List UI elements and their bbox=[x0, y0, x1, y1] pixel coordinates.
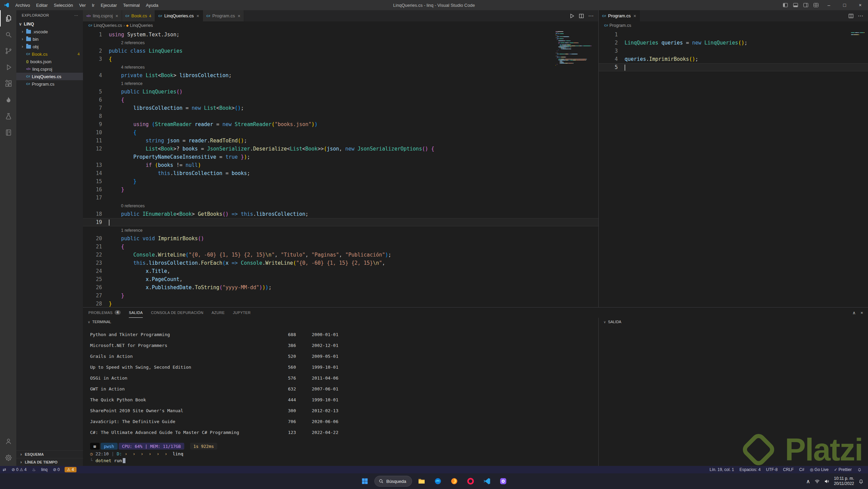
code-line[interactable]: 1using System.Text.Json; bbox=[83, 31, 598, 39]
start-button-icon[interactable] bbox=[358, 474, 372, 488]
screen-recorder-app-icon[interactable] bbox=[496, 474, 510, 488]
code-line[interactable]: 8 bbox=[83, 112, 598, 120]
explorer-item-LinqQueries.cs[interactable]: C#LinqQueries.cs bbox=[16, 73, 83, 80]
minimap[interactable] bbox=[851, 31, 866, 36]
close-tab-icon[interactable]: × bbox=[116, 13, 118, 19]
explorer-root-folder[interactable]: ∨ LINQ bbox=[16, 20, 83, 28]
menu-item-Ayuda[interactable]: Ayuda bbox=[143, 0, 161, 10]
account-icon[interactable] bbox=[0, 433, 16, 450]
editor-group-1[interactable]: 1using System.Text.Json;2 references2pub… bbox=[83, 30, 598, 307]
search-icon[interactable] bbox=[0, 27, 16, 43]
explorer-item-.vscode[interactable]: ›.vscode bbox=[16, 28, 83, 35]
panel-tab-JUPYTER[interactable]: JUPYTER bbox=[233, 308, 251, 318]
terminal-section-header[interactable]: ∨ TERMINAL bbox=[83, 318, 598, 326]
flame-icon[interactable] bbox=[0, 92, 16, 108]
breadcrumb-item[interactable]: C#Program.cs bbox=[604, 23, 631, 28]
editor-group-2[interactable]: 12LinqQueries queries = new LinqQueries(… bbox=[598, 30, 868, 307]
code-line[interactable]: 12 List<Book>? books = JsonSerializer.De… bbox=[83, 145, 598, 153]
volume-icon[interactable] bbox=[824, 478, 830, 484]
code-line[interactable]: 21 { bbox=[83, 243, 598, 251]
code-line[interactable]: 14 this.librosCollection = books; bbox=[83, 169, 598, 177]
status-problems-summary[interactable]: ⊘ 0 ⚠ 4 bbox=[9, 466, 29, 473]
codelens-row[interactable]: 2 references bbox=[83, 39, 598, 47]
maximize-button[interactable]: □ bbox=[837, 0, 852, 10]
beaker-icon[interactable] bbox=[0, 108, 16, 124]
status-cursor-position[interactable]: Lín. 19, col. 1 bbox=[707, 466, 737, 473]
codelens-label[interactable]: 1 reference bbox=[109, 80, 142, 88]
code-line[interactable]: 2LinqQueries queries = new LinqQueries()… bbox=[599, 39, 868, 47]
code-line[interactable]: 26 x.PublishedDate.ToString("yyyy-MM-dd"… bbox=[83, 283, 598, 292]
codelens-row[interactable]: 0 references bbox=[83, 202, 598, 210]
notifications-icon[interactable] bbox=[858, 478, 864, 484]
status-warning-count[interactable]: ⚠ 4 bbox=[65, 467, 76, 472]
codelens-label[interactable]: 1 reference bbox=[109, 226, 142, 234]
tab-Book.cs[interactable]: C#Book.cs4 bbox=[122, 10, 155, 21]
code-line[interactable]: 5 public LinqQueries() bbox=[83, 88, 598, 96]
explorer-item-obj[interactable]: ›obj bbox=[16, 43, 83, 50]
edge-browser-icon[interactable] bbox=[431, 474, 445, 488]
code-line[interactable]: 9 using (StreamReader reader = new Strea… bbox=[83, 120, 598, 128]
status-project-name[interactable]: linq bbox=[38, 466, 50, 473]
source-control-icon[interactable] bbox=[0, 43, 16, 59]
customize-layout-icon[interactable] bbox=[811, 0, 821, 10]
run-and-debug-icon[interactable] bbox=[0, 59, 16, 75]
code-line[interactable]: 4queries.ImprimirBooks(); bbox=[599, 55, 868, 63]
code-editor[interactable]: 1using System.Text.Json;2 references2pub… bbox=[83, 30, 598, 307]
split-editor-icon[interactable] bbox=[579, 13, 584, 19]
code-line[interactable]: 22 Console.WriteLine("{0, -60} {1, 15} {… bbox=[83, 251, 598, 259]
close-panel-icon[interactable]: × bbox=[861, 310, 863, 315]
maximize-panel-icon[interactable]: ∧ bbox=[852, 310, 856, 315]
breadcrumb-item[interactable]: ◆LinqQueries bbox=[126, 23, 153, 28]
code-line[interactable]: 25 x.PageCount, bbox=[83, 275, 598, 283]
tab-Program.cs[interactable]: C#Program.cs× bbox=[599, 10, 640, 21]
status-remote-indicator[interactable]: ⇄ bbox=[0, 466, 9, 473]
code-line[interactable]: 2public class LinqQueries bbox=[83, 47, 598, 55]
codelens-label[interactable]: 4 references bbox=[109, 63, 144, 71]
notebook-icon[interactable] bbox=[0, 124, 16, 141]
tab-Program.cs[interactable]: C#Program.cs× bbox=[203, 10, 244, 21]
toggle-sidebar-icon[interactable] bbox=[780, 0, 790, 10]
menu-item-Archivo[interactable]: Archivo bbox=[12, 0, 33, 10]
panel-tab-AZURE[interactable]: AZURE bbox=[211, 308, 225, 318]
run-icon[interactable] bbox=[569, 13, 575, 19]
menu-item-Terminal[interactable]: Terminal bbox=[120, 0, 143, 10]
code-line[interactable]: 18 public IEnumerable<Book> GetBooks() =… bbox=[83, 210, 598, 218]
explorer-item-Book.cs[interactable]: C#Book.cs4 bbox=[16, 50, 83, 58]
code-line[interactable]: 3{ bbox=[83, 55, 598, 63]
settings-gear-icon[interactable] bbox=[0, 450, 16, 466]
code-line[interactable]: 28} bbox=[83, 300, 598, 307]
sidebar-section-ESQUEMA[interactable]: ›ESQUEMA bbox=[16, 450, 83, 458]
code-line[interactable]: 7 librosCollection = new List<Book>(); bbox=[83, 104, 598, 112]
explorer-item-books.json[interactable]: {}books.json bbox=[16, 58, 83, 65]
file-explorer-icon[interactable] bbox=[415, 474, 428, 488]
codelens-row[interactable]: 4 references bbox=[83, 63, 598, 71]
close-tab-icon[interactable]: × bbox=[633, 13, 636, 19]
extensions-icon[interactable] bbox=[0, 75, 16, 92]
code-line[interactable]: 1 bbox=[599, 31, 868, 39]
status-prettier[interactable]: ✓ Prettier bbox=[831, 466, 854, 473]
code-line[interactable]: 23 this.librosCollection.ForEach(x => Co… bbox=[83, 259, 598, 267]
codelens-row[interactable]: 1 reference bbox=[83, 226, 598, 234]
code-line[interactable]: 4 private List<Book> librosCollection; bbox=[83, 71, 598, 80]
status-flame-indicator[interactable]: ♨ bbox=[29, 466, 38, 473]
codelens-label[interactable]: 0 references bbox=[109, 202, 144, 210]
explorer-item-linq.csproj[interactable]: </>linq.csproj bbox=[16, 65, 83, 73]
code-line[interactable]: 10 { bbox=[83, 128, 598, 137]
menu-item-Ejecutar[interactable]: Ejecutar bbox=[98, 0, 120, 10]
code-line[interactable]: 13 if (books != null) bbox=[83, 161, 598, 169]
taskbar-search[interactable]: Búsqueda bbox=[374, 476, 412, 487]
split-editor-icon[interactable] bbox=[848, 13, 854, 19]
tab-linq.csproj[interactable]: </>linq.csproj× bbox=[83, 10, 122, 21]
status-indentation[interactable]: Espacios: 4 bbox=[737, 466, 763, 473]
minimize-button[interactable]: – bbox=[821, 0, 837, 10]
vscode-app-icon[interactable] bbox=[480, 474, 494, 488]
code-line[interactable]: 27 } bbox=[83, 292, 598, 300]
minimap[interactable] bbox=[556, 31, 594, 66]
toggle-secondary-sidebar-icon[interactable] bbox=[801, 0, 811, 10]
panel-tab-SALIDA[interactable]: SALIDA bbox=[129, 308, 143, 318]
code-line[interactable]: 15 } bbox=[83, 177, 598, 186]
code-line[interactable]: 3 bbox=[599, 47, 868, 55]
opera-browser-icon[interactable] bbox=[464, 474, 477, 488]
menu-item-Editar[interactable]: Editar bbox=[33, 0, 51, 10]
menu-item-Selección[interactable]: Selección bbox=[51, 0, 76, 10]
